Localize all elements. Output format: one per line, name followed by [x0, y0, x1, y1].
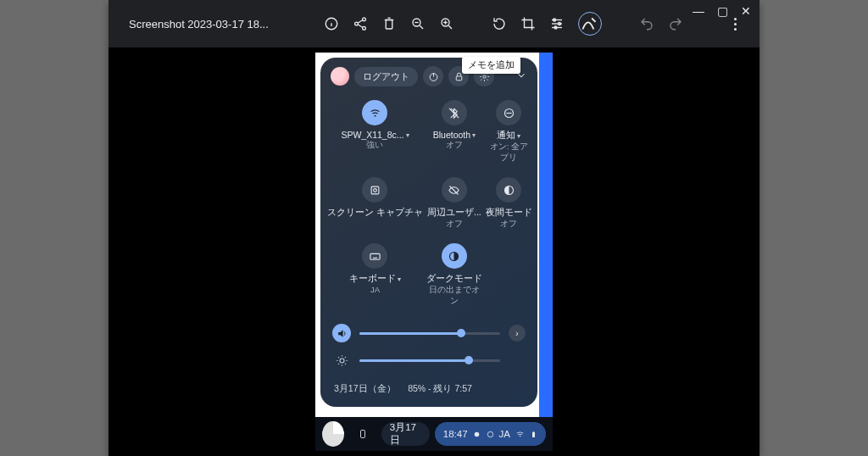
tile-label: 周辺ユーザ... [427, 207, 481, 219]
volume-icon [332, 324, 351, 342]
wallpaper-strip [539, 53, 553, 451]
redo-icon[interactable] [668, 16, 683, 31]
bluetooth-off-icon [442, 100, 467, 125]
tile-label: Bluetooth [433, 130, 470, 140]
tile-bluetooth[interactable]: Bluetooth▾ オフ [425, 93, 484, 170]
svg-rect-43 [360, 431, 364, 438]
share-icon[interactable] [353, 16, 368, 31]
tile-notifications[interactable]: 通知▾ オン: 全アプリ [484, 93, 534, 170]
visibility-off-icon [442, 177, 467, 203]
tile-screen-capture[interactable]: スクリーン キャプチャ [326, 170, 425, 236]
volume-slider[interactable]: › [332, 324, 526, 342]
tile-night-light[interactable]: 夜間モード オフ [484, 170, 534, 236]
quick-settings-grid: SPW_X11_8c...▾ 強い Bluetooth▾ オフ 通知▾ オン: … [320, 90, 537, 317]
battery-status-icon [530, 429, 537, 440]
wifi-status-icon [515, 430, 526, 439]
shelf-date-pill[interactable]: 3月17日 [381, 422, 430, 446]
brightness-icon [332, 351, 351, 370]
panel-footer: 3月17日（金） 85% ‑ 残り 7:57 [320, 381, 537, 400]
image-viewer-window: — ▢ ✕ Screenshot 2023-03-17 18... [108, 0, 760, 456]
tile-sub: オフ [446, 140, 463, 151]
info-icon[interactable] [324, 16, 339, 31]
svg-rect-26 [456, 75, 462, 80]
avatar[interactable] [331, 67, 349, 86]
keyboard-icon [362, 243, 387, 269]
tile-label: 夜間モード [486, 207, 532, 219]
tooltip-annotate: メモを追加 [462, 57, 520, 74]
tile-sub: オン: 全アプリ [486, 142, 532, 164]
zoom-out-icon[interactable] [410, 16, 426, 31]
svg-rect-48 [533, 431, 535, 432]
svg-point-44 [474, 431, 479, 437]
svg-line-7 [358, 25, 363, 28]
window-controls: — ▢ ✕ [690, 3, 754, 19]
svg-point-46 [520, 436, 520, 437]
launcher-icon[interactable] [322, 421, 344, 447]
brightness-slider[interactable] [332, 351, 526, 370]
tile-label: 通知 [497, 130, 515, 142]
svg-point-27 [482, 75, 485, 77]
svg-point-45 [487, 431, 492, 437]
shelf-ime: JA [499, 429, 510, 439]
footer-date: 3月17日（金） [334, 383, 396, 393]
crop-icon[interactable] [520, 16, 536, 31]
shelf: 3月17日 18:47 JA [315, 417, 553, 451]
zoom-in-icon[interactable] [439, 16, 454, 31]
tile-sub: JA [370, 285, 380, 294]
tile-sub: 強い [366, 140, 383, 151]
screenshot-canvas: メモを追加 ログアウト SPW_X11_8c...▾ 強い Bluetooth▾ [315, 53, 553, 451]
minimize-button[interactable]: — [690, 3, 707, 19]
shelf-status-pill[interactable]: 18:47 JA [435, 422, 546, 446]
undo-icon[interactable] [639, 16, 654, 31]
wifi-icon [362, 100, 387, 125]
dnd-icon [496, 100, 521, 125]
annotate-icon[interactable] [578, 12, 602, 36]
tile-sub: オフ [500, 219, 517, 230]
logout-button[interactable]: ログアウト [354, 67, 418, 86]
tile-label: ダークモード [426, 273, 482, 285]
tile-label: キーボード [349, 273, 396, 285]
svg-point-42 [340, 359, 344, 363]
svg-rect-47 [532, 431, 535, 437]
night-light-icon [496, 177, 521, 203]
tile-keyboard[interactable]: キーボード▾ JA [326, 236, 425, 314]
rotate-icon[interactable] [492, 16, 507, 31]
power-icon[interactable] [423, 66, 443, 86]
tile-wifi[interactable]: SPW_X11_8c...▾ 強い [326, 93, 425, 170]
viewer-toolbar: Screenshot 2023-03-17 18... [108, 0, 760, 47]
delete-icon[interactable] [381, 16, 397, 31]
capture-icon [362, 177, 387, 203]
dark-mode-icon [442, 243, 467, 269]
shelf-time: 18:47 [443, 429, 468, 439]
footer-battery: 85% ‑ 残り 7:57 [408, 383, 472, 393]
status-dot-icon [472, 430, 481, 439]
window-title: Screenshot 2023-03-17 18... [119, 18, 279, 31]
quick-settings-panel: メモを追加 ログアウト SPW_X11_8c...▾ 強い Bluetooth▾ [320, 58, 537, 407]
tile-label: スクリーン キャプチャ [327, 207, 423, 219]
svg-line-12 [420, 25, 423, 29]
tile-sub: オフ [446, 219, 463, 230]
svg-line-6 [358, 20, 363, 24]
tune-icon[interactable] [549, 16, 565, 31]
svg-rect-32 [371, 186, 379, 194]
shelf-phone-icon[interactable] [349, 422, 376, 446]
tile-dark-mode[interactable]: ダークモード 日の出までオン [425, 236, 484, 314]
close-button[interactable]: ✕ [737, 3, 754, 19]
audio-settings-icon[interactable]: › [509, 325, 526, 342]
tile-sub: 日の出までオン [426, 285, 482, 307]
tile-label: SPW_X11_8c... [341, 130, 403, 140]
maximize-button[interactable]: ▢ [714, 3, 731, 19]
tile-nearby-visibility[interactable]: 周辺ユーザ... オフ [425, 170, 484, 236]
svg-line-15 [448, 25, 452, 29]
svg-point-33 [374, 188, 377, 192]
svg-point-28 [375, 114, 376, 116]
status-circle-icon [486, 430, 495, 439]
svg-rect-36 [370, 253, 380, 259]
svg-rect-8 [386, 20, 392, 30]
